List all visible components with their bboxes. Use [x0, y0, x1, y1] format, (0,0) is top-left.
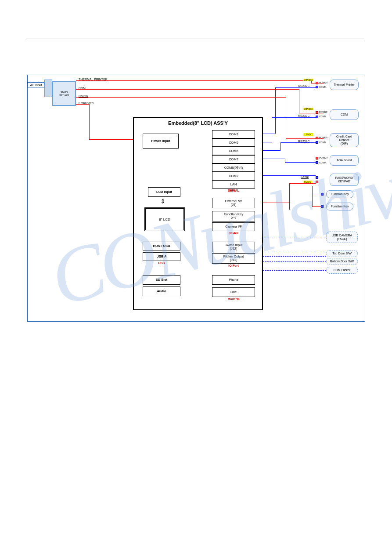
- serial-label-kp: Serial: [301, 175, 309, 178]
- smps-block: SMPS IOT-100: [52, 81, 76, 106]
- bidir-arrow-icon: ⇕: [160, 198, 165, 205]
- wire: [281, 142, 316, 143]
- ac-input-box: AC Input: [28, 82, 44, 87]
- wire: [275, 87, 316, 88]
- wire: [263, 270, 326, 271]
- wire: [263, 159, 285, 159]
- modem-label: Moderm: [212, 297, 255, 301]
- power-connector-icon: [316, 137, 318, 139]
- wire: [263, 256, 326, 257]
- comm-connector-icon: [316, 176, 318, 179]
- device-label: Device: [212, 232, 255, 235]
- host-usb-box: HOST USB: [143, 242, 180, 250]
- wire: [76, 104, 89, 105]
- lcd-input-box: LCD Input: [148, 187, 180, 197]
- ac-connector: [44, 80, 52, 97]
- comm-connector-icon: [316, 116, 318, 118]
- power-label: POWER: [319, 111, 327, 113]
- port-line: Line: [212, 287, 255, 297]
- wire: [285, 159, 285, 162]
- port-com2: COM2: [212, 172, 255, 180]
- comm-connector-icon: [316, 161, 318, 164]
- wire: [285, 162, 316, 163]
- embedded-assy: Embedded(8" LCD) ASS'Y Power Input COM3 …: [133, 117, 263, 310]
- peripheral-top-door: Top Door S/W: [326, 250, 358, 257]
- peripheral-thermal-printer: Thermal Printer: [330, 80, 359, 90]
- port-lan: LAN: [212, 180, 255, 189]
- power-connector-icon: [316, 181, 318, 183]
- comm-connector-icon: [321, 205, 324, 208]
- comm-label: COMM.: [319, 141, 327, 144]
- peripheral-cdm-flicker: CDM Flicker: [326, 267, 358, 274]
- wire: [263, 142, 272, 142]
- peripheral-keypad: PASSWORD KEYPAD: [330, 174, 359, 186]
- peripheral-ada-board: ADA Board: [330, 155, 359, 166]
- wire: [289, 183, 290, 210]
- port-com3: COM3: [212, 130, 255, 138]
- lcd-screen: 8'' LCD: [144, 207, 185, 231]
- wire: [289, 183, 316, 184]
- block-diagram: AC Input SMPS IOT-100 THERMAL PRINTER CD…: [27, 75, 365, 322]
- comm-connector-icon: [321, 193, 324, 196]
- wire: [299, 89, 299, 113]
- wire: [263, 237, 326, 237]
- power-input-box: Power Input: [143, 134, 179, 149]
- wire: [263, 203, 289, 203]
- port-com7: COM7: [212, 155, 255, 163]
- power-connector-icon: [316, 157, 318, 160]
- power-connector-icon: [316, 111, 318, 114]
- usb-a-box: USB A: [143, 252, 180, 261]
- power-connector-icon: [316, 82, 318, 84]
- wire: [263, 150, 281, 151]
- peripheral-usb-camera: USB CAMERA (FACE): [326, 232, 358, 243]
- port-com8: COM8(예비): [212, 163, 255, 172]
- comm-connector-icon: [316, 86, 318, 88]
- peripheral-fkey1: Function Key: [326, 190, 353, 198]
- port-flicker: Flicker Output (J13): [212, 253, 255, 264]
- ac-input-label: AC Input: [30, 83, 42, 87]
- port-fkey: Function Key 0~9: [212, 211, 255, 221]
- wire: [263, 175, 316, 176]
- sd-slot-box: SD Slot: [143, 275, 180, 285]
- wire: [263, 261, 326, 262]
- audio-box: Audio: [143, 287, 180, 296]
- comm-label: COMM.: [319, 115, 327, 118]
- power-label: POWER: [319, 156, 327, 159]
- wire: [312, 186, 313, 207]
- wire: [286, 97, 286, 138]
- power-label: POWER: [319, 81, 327, 84]
- port-ext5v: External 5V (J9): [212, 198, 255, 208]
- port-com5: COM5: [212, 138, 255, 147]
- wire: [281, 142, 281, 150]
- usb-label: USB: [143, 261, 180, 265]
- wire: [76, 80, 311, 81]
- serial-label: SERIAL: [212, 189, 255, 192]
- smps-label: SMPS IOT-100: [59, 91, 69, 96]
- v12-label: 12VDC: [303, 133, 313, 136]
- wire: [76, 89, 299, 90]
- ioport-label: IO Port: [212, 264, 255, 267]
- comm-label: COMM.: [319, 161, 327, 164]
- peripheral-cdm: CDM: [330, 109, 359, 120]
- comm-connector-icon: [316, 141, 318, 144]
- power-label: POWER: [319, 136, 327, 139]
- wire: [89, 139, 133, 140]
- assy-title: Embedded(8" LCD) ASS'Y: [134, 120, 262, 126]
- wire: [263, 134, 275, 134]
- peripheral-fkey2: Function Key: [326, 203, 353, 210]
- wire: [312, 194, 321, 194]
- wire: [263, 252, 326, 252]
- peripheral-bottom-door: Bottom Door S/W: [326, 258, 358, 265]
- wire: [272, 117, 316, 118]
- rs232c-label-2: RS232C: [298, 114, 309, 117]
- wire: [312, 206, 321, 207]
- peripheral-card-reader: Credit Card Reader (DIP): [330, 133, 359, 147]
- v24-label: 24VDC: [303, 79, 313, 81]
- port-camera: Camera I/F: [212, 222, 255, 231]
- wire: [272, 117, 272, 142]
- rs232c-label: RS232C: [298, 84, 309, 87]
- wire: [275, 87, 276, 134]
- port-switch: Switch Input (J12): [212, 242, 255, 252]
- port-com6: COM6: [212, 147, 255, 155]
- v24-label-2: 24VDC: [303, 108, 313, 110]
